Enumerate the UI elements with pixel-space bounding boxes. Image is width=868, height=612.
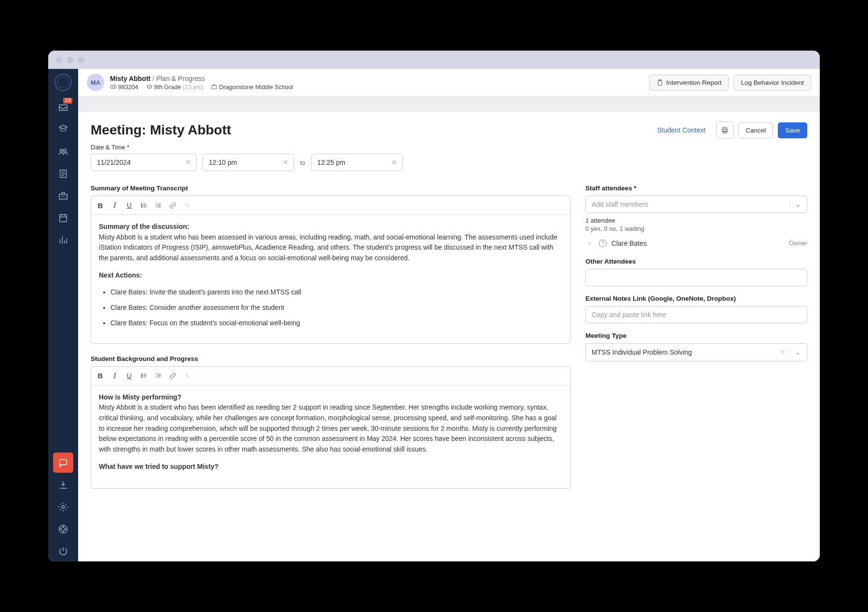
svg-point-7 <box>62 506 65 508</box>
grad-cap-icon <box>146 83 153 90</box>
download-icon <box>58 479 68 490</box>
end-time-input[interactable]: 12:25 pm× <box>311 154 403 171</box>
close-window-icon[interactable] <box>56 57 62 63</box>
print-button[interactable] <box>716 121 733 139</box>
background-label: Student Background and Progress <box>91 355 571 362</box>
maximize-window-icon[interactable] <box>78 57 84 63</box>
link-button[interactable] <box>165 369 180 383</box>
background-editor: B I U How is Misty performing? Misty A <box>91 366 571 489</box>
unlink-button <box>180 369 194 383</box>
svg-point-2 <box>64 149 67 152</box>
intervention-report-button[interactable]: Intervention Report <box>649 75 729 91</box>
nav-help[interactable] <box>53 519 73 539</box>
page-actions: Student Context Cancel Save <box>651 121 807 139</box>
header-meta: 983204 8th Grade (23 yrs) Dragonstone Mi… <box>110 83 643 91</box>
clear-start-icon[interactable]: × <box>284 159 288 166</box>
attendee-status: 0 yes, 0 no, 1 waiting <box>585 225 807 232</box>
italic-button[interactable]: I <box>108 369 122 383</box>
chart-icon <box>58 235 68 245</box>
svg-point-18 <box>141 203 142 204</box>
student-icon <box>58 124 68 134</box>
number-list-icon <box>155 372 162 379</box>
datetime-row: Date & Time * 11/21/2024× 12:10 pm× to 1… <box>78 144 820 177</box>
clear-meeting-type-icon[interactable]: × <box>776 348 790 357</box>
summary-body-text: Misty Abbott is a student who has been a… <box>99 233 557 262</box>
meeting-type-select[interactable]: MTSS Individual Problem Solving × ⌄ <box>585 343 807 361</box>
svg-point-9 <box>61 527 65 531</box>
svg-point-22 <box>141 375 142 376</box>
bullet-list-icon <box>140 202 148 209</box>
action-item: Clare Bates: Invite the student's parent… <box>110 287 563 298</box>
number-list-button[interactable] <box>151 369 165 383</box>
italic-button[interactable]: I <box>108 198 122 213</box>
nav-settings[interactable] <box>53 497 73 517</box>
header-info: Misty Abbott / Plan & Progress 983204 8t… <box>110 75 643 91</box>
bold-button[interactable]: B <box>93 369 108 383</box>
browser-frame: 24 <box>48 51 820 561</box>
id-icon <box>110 83 117 90</box>
svg-point-19 <box>141 205 142 206</box>
nav-logout[interactable] <box>53 541 73 561</box>
bullet-list-icon <box>140 372 148 379</box>
attendee-row: × ? Clare Bates Owner <box>585 237 807 249</box>
staff-attendees-label: Staff attendees * <box>585 185 807 192</box>
transcript-body[interactable]: Summary of the discussion: Misty Abbott … <box>91 215 570 343</box>
inbox-badge: 24 <box>63 98 72 104</box>
number-list-button[interactable] <box>151 198 165 213</box>
link-button[interactable] <box>165 198 180 213</box>
nav-students[interactable] <box>53 119 73 139</box>
minimize-window-icon[interactable] <box>67 57 73 63</box>
bullet-list-button[interactable] <box>136 369 151 383</box>
pending-status-icon: ? <box>599 239 607 247</box>
attendee-count: 1 attendee <box>585 217 807 224</box>
clear-date-icon[interactable]: × <box>186 159 190 166</box>
external-notes-label: External Notes Link (Google, OneNote, Dr… <box>585 295 807 302</box>
app-logo-icon[interactable] <box>54 74 72 91</box>
clear-end-icon[interactable]: × <box>392 159 396 166</box>
cancel-button[interactable]: Cancel <box>738 122 773 138</box>
document-icon <box>58 168 68 179</box>
datetime-inputs: 11/21/2024× 12:10 pm× to 12:25 pm× <box>91 154 807 171</box>
nav-analytics[interactable] <box>53 230 73 250</box>
page-head: Meeting: Misty Abbott Student Context Ca… <box>78 112 820 144</box>
svg-point-21 <box>141 373 142 374</box>
nav-download[interactable] <box>53 475 73 495</box>
other-attendees-input[interactable] <box>585 269 807 286</box>
svg-rect-6 <box>60 460 67 465</box>
avatar: MA <box>87 74 104 91</box>
student-context-link[interactable]: Student Context <box>651 122 711 138</box>
nav-chat[interactable] <box>53 452 73 473</box>
start-time-input[interactable]: 12:10 pm× <box>203 154 294 171</box>
nav-school[interactable] <box>53 186 73 206</box>
chevron-down-icon: ⌄ <box>790 200 801 208</box>
bold-button[interactable]: B <box>93 198 108 213</box>
action-item: Clare Bates: Consider another assessment… <box>110 303 563 313</box>
nav-calendar[interactable] <box>53 208 73 228</box>
left-column: Summary of Meeting Transcript B I U <box>91 185 571 500</box>
staff-attendees-select[interactable]: Add staff members ⌄ <box>585 196 807 213</box>
save-button[interactable]: Save <box>778 122 807 138</box>
student-name: Misty Abbott <box>110 75 150 82</box>
bullet-list-button[interactable] <box>136 198 151 213</box>
help-icon <box>58 524 68 534</box>
svg-point-20 <box>141 206 142 207</box>
student-grade: 8th Grade (23 yrs) <box>146 83 203 91</box>
meeting-type-label: Meeting Type <box>585 332 807 339</box>
underline-button[interactable]: U <box>122 198 136 213</box>
transcript-editor: B I U Summary of the discussion: Misty <box>91 196 571 344</box>
background-body[interactable]: How is Misty performing? Misty Abbott is… <box>91 386 570 489</box>
bg-a1: Misty Abbott is a student who has been i… <box>99 403 556 453</box>
student-id: 983204 <box>110 83 138 91</box>
svg-point-1 <box>60 149 63 152</box>
external-notes-input[interactable] <box>585 306 807 323</box>
next-actions-heading: Next Actions: <box>99 271 142 279</box>
nav-inbox[interactable]: 24 <box>53 97 73 117</box>
columns: Summary of Meeting Transcript B I U <box>78 177 820 500</box>
remove-attendee-icon[interactable]: × <box>585 239 594 247</box>
date-input[interactable]: 11/21/2024× <box>91 154 197 171</box>
school-icon <box>58 190 68 201</box>
log-behavior-button[interactable]: Log Behavior Incident <box>733 75 811 91</box>
nav-documents[interactable] <box>53 163 73 184</box>
nav-groups[interactable] <box>53 141 73 161</box>
underline-button[interactable]: U <box>122 369 136 383</box>
